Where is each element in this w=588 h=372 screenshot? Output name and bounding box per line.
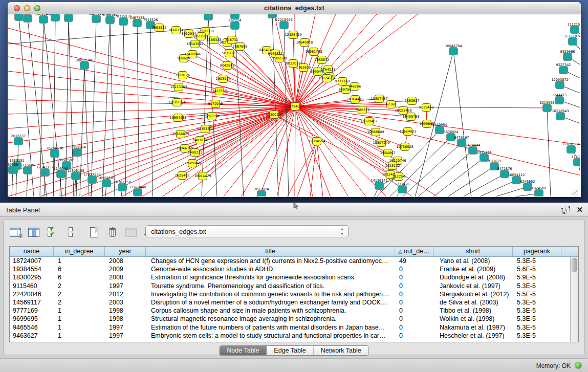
table-cell[interactable]: 2003 (105, 298, 146, 307)
graph-node[interactable]: 16543812 (186, 40, 203, 48)
graph-node[interactable]: 16053809 (200, 14, 216, 20)
table-cell[interactable]: Tibbo et al. (1998) (433, 307, 513, 315)
graph-node[interactable]: 2718126 (176, 72, 190, 79)
graph-node[interactable]: 15751074 (564, 34, 580, 46)
graph-node[interactable]: 10807487 (371, 95, 387, 103)
table-cell[interactable]: 1998 (105, 307, 146, 315)
table-cell[interactable]: 2008 (105, 257, 146, 265)
table-cell[interactable]: 5.3E-5 (513, 257, 561, 265)
tab-network-table[interactable]: Network Table (314, 346, 368, 355)
table-cell[interactable]: 14569117 (10, 298, 54, 307)
graph-node[interactable]: 18107554 (168, 99, 185, 106)
table-cell[interactable]: Wolkin et al. (1998) (433, 315, 513, 323)
table-cell[interactable]: Stergiakouli et al. (2012) (433, 290, 513, 298)
table-cell[interactable]: 19384554 (10, 265, 54, 273)
table-cell[interactable]: 9463627 (10, 332, 54, 340)
graph-node[interactable]: 62160 (386, 101, 397, 108)
table-cell[interactable]: 0 (395, 332, 433, 340)
graph-node[interactable]: 20691406 (35, 14, 52, 24)
column-header-year[interactable]: year (105, 247, 146, 256)
table-cell[interactable]: 1998 (105, 315, 146, 323)
graph-node[interactable]: 18640910 (296, 39, 313, 47)
vertical-scrollbar[interactable] (570, 257, 578, 342)
table-cell[interactable]: 18724007 (10, 257, 54, 265)
column-header-in_degree[interactable]: in_degree (54, 247, 105, 256)
table-cell[interactable]: 49 (395, 257, 433, 265)
graph-node[interactable]: 16648784 (445, 44, 462, 55)
table-row[interactable]: 1456911722003Disruption of a novel membe… (10, 298, 570, 307)
column-header-short[interactable]: short (433, 247, 513, 256)
table-cell[interactable]: Yano et al. (2008) (433, 257, 513, 265)
table-cell[interactable]: 5.9E-5 (513, 273, 561, 281)
table-cell[interactable]: Nakamura et al. (1997) (433, 323, 513, 332)
close-panel-icon[interactable]: ✕ (576, 206, 583, 214)
table-cell[interactable]: Estimation of significance thresholds fo… (146, 273, 395, 281)
graph-node[interactable]: 12923448 (129, 185, 146, 196)
table-cell[interactable]: 5.3E-5 (513, 307, 561, 315)
tab-node-table[interactable]: Node Table (220, 346, 267, 355)
graph-node[interactable]: 20206536 (46, 146, 63, 158)
table-cell[interactable]: 9115460 (10, 282, 54, 290)
table-cell[interactable]: 0 (395, 273, 433, 281)
table-settings-button[interactable]: ⚙ (8, 225, 23, 239)
table-cell[interactable]: 1997 (105, 323, 146, 332)
graph-node[interactable]: 19756928 (396, 143, 413, 151)
graph-node[interactable]: 989688 (178, 55, 190, 62)
graph-node[interactable]: 857224 (229, 18, 242, 30)
table-cell[interactable]: 0 (395, 307, 433, 315)
table-cell[interactable]: 9699695 (10, 315, 54, 323)
table-cell[interactable]: 5.3E-5 (513, 282, 561, 290)
graph-node[interactable]: 1467138 (130, 16, 145, 27)
graph-node[interactable]: 19384554 (308, 138, 325, 145)
tab-edge-table[interactable]: Edge Table (267, 346, 313, 355)
graph-node[interactable]: 8186328 (207, 36, 222, 44)
table-cell[interactable]: Genome-wide association studies in ADHD. (146, 265, 395, 273)
select-column-button[interactable] (26, 225, 41, 239)
graph-node[interactable]: 39159 (8, 163, 18, 174)
graph-node[interactable]: 9115460 (419, 104, 434, 112)
table-cell[interactable]: 5.3E-5 (513, 323, 561, 332)
graph-node[interactable]: 116753 (572, 155, 580, 166)
citation-network-graph[interactable]: 1405572106153220691406209611110653287152… (8, 14, 580, 196)
table-cell[interactable]: Tourette syndrome. Phenomenology and cla… (146, 282, 395, 290)
table-cell[interactable]: 5.5E-5 (513, 290, 561, 298)
window-titlebar[interactable]: citations_edges.txt (8, 2, 581, 14)
table-row[interactable]: 946554611997Estimation of the future num… (10, 323, 570, 332)
table-cell[interactable]: 0 (395, 315, 433, 323)
graph-node[interactable]: 17016504 (562, 142, 579, 154)
graph-node[interactable]: 10653287 (60, 14, 77, 22)
graph-node[interactable]: 9329966 (560, 50, 575, 61)
graph-node[interactable]: 12213383 (170, 83, 187, 91)
network-view-window[interactable]: citations_edges.txt 14055721061532206914… (8, 2, 581, 197)
graph-node[interactable]: 746266 (349, 83, 361, 91)
memory-ok-indicator[interactable] (575, 362, 582, 369)
table-cell[interactable]: Investigating the contribution of common… (146, 290, 395, 298)
graph-node[interactable]: 10688609 (367, 128, 384, 136)
table-cell[interactable]: 5.3E-5 (513, 332, 561, 340)
graph-node[interactable]: 12342757 (36, 165, 53, 177)
table-cell[interactable]: 6 (54, 265, 105, 273)
table-cell[interactable]: Jankovic et al. (1997) (433, 282, 513, 290)
graph-node[interactable]: 20053346 (76, 58, 93, 70)
table-row[interactable]: 911546021997Tourette syndrome. Phenomeno… (10, 282, 570, 290)
column-header-pagerank[interactable]: pagerank (513, 247, 561, 256)
table-cell[interactable]: 1 (54, 323, 105, 332)
graph-node[interactable]: 16720407 (360, 118, 377, 125)
graph-node[interactable]: 12353594 (197, 125, 213, 133)
graph-node[interactable]: 2016557 (11, 134, 26, 145)
table-row[interactable]: 2242004622012Investigating the contribut… (10, 290, 570, 298)
graph-node[interactable]: 1112153 (568, 23, 580, 34)
graph-node[interactable]: 1733426 (395, 182, 410, 193)
float-panel-icon[interactable] (561, 206, 570, 214)
graph-node[interactable]: 12218506 (275, 18, 292, 29)
graph-node[interactable]: 20364416 (346, 96, 363, 103)
graph-node[interactable]: 2803144 (216, 75, 231, 83)
graph-node[interactable]: 12325419 (285, 31, 301, 39)
table-cell[interactable]: 2008 (105, 273, 146, 281)
table-row[interactable]: 977716911998Corpus callosum shape and si… (10, 307, 570, 315)
table-cell[interactable]: 5.3E-5 (513, 298, 561, 307)
resize-grip-icon[interactable] (571, 188, 577, 194)
graph-node[interactable]: 1924509 (532, 186, 547, 197)
table-cell[interactable]: 0 (395, 298, 433, 307)
graph-node[interactable]: 8487834 (193, 137, 208, 144)
